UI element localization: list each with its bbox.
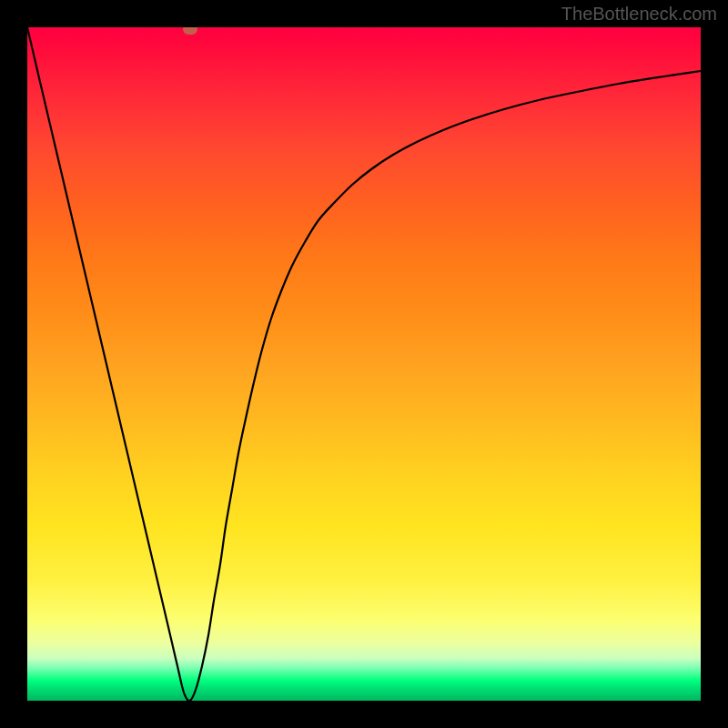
curve-svg	[27, 27, 701, 701]
minimum-marker	[183, 27, 197, 35]
plot-area	[27, 27, 701, 701]
watermark-text: TheBottleneck.com	[561, 4, 717, 25]
bottleneck-curve-path	[27, 27, 701, 701]
